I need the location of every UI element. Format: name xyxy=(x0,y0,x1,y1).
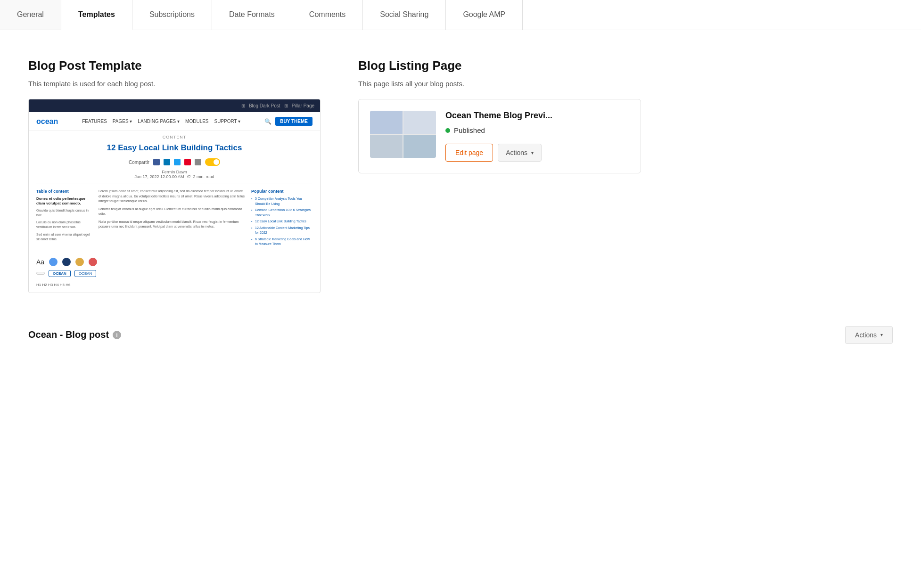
tab-google-amp[interactable]: Google AMP xyxy=(446,0,523,30)
main-para1: Lorem ipsum dolor sit amet, consectetur … xyxy=(99,189,246,204)
bottom-template-title: Ocean - Blog post i xyxy=(28,329,121,340)
buy-theme-btn: BUY THEME xyxy=(275,117,312,126)
color-dot-red xyxy=(89,258,97,266)
edit-page-button[interactable]: Edit page xyxy=(445,144,493,162)
nav-pages: PAGES ▾ xyxy=(113,119,132,124)
em-icon xyxy=(195,159,201,165)
preview-header-right: 🔍 BUY THEME xyxy=(264,117,312,126)
blog-post-template-section: Blog Post Template This template is used… xyxy=(28,58,321,293)
color-dot-blue xyxy=(49,258,58,266)
content-label: CONTENT xyxy=(29,131,320,140)
preview-logo: ocean xyxy=(36,117,58,126)
preview-headings: H1 H2 H3 H4 H5 H6 xyxy=(29,281,320,293)
tw-icon xyxy=(174,159,181,165)
li-icon xyxy=(164,159,170,165)
popular-item: 5 Competitor Analysis Tools You Should B… xyxy=(251,196,312,206)
thumb-cell-1 xyxy=(370,111,403,134)
post-meta: Fermin Dawn Jan 17, 2022 12:00:00 AM ⏱ 2… xyxy=(29,168,320,183)
toc-text1: Gravida quis blandit turpis cursus in ha… xyxy=(36,208,93,218)
topbar-icon1: ⊞ xyxy=(241,103,245,108)
fb-icon xyxy=(153,159,160,165)
bottom-actions-button[interactable]: Actions ▾ xyxy=(845,326,893,344)
toc-title: Table of content xyxy=(36,189,93,194)
preview-header: ocean FEATURES PAGES ▾ LANDING PAGES ▾ M… xyxy=(29,112,320,131)
thumb-cell-3 xyxy=(370,135,403,158)
post-title: 12 Easy Local Link Building Tactics xyxy=(29,140,320,156)
preview-footer-buttons: OCEAN OCEAN xyxy=(29,268,320,281)
blog-listing-desc: This page lists all your blog posts. xyxy=(358,80,641,88)
main-para3: Nulla porttitor massa id neque aliquam v… xyxy=(99,220,246,229)
nav-support: SUPPORT ▾ xyxy=(214,119,241,124)
toc-bold: Donec et odio pellentesque diam volutpat… xyxy=(36,196,93,206)
blog-listing-section: Blog Listing Page This page lists all yo… xyxy=(358,58,641,293)
btn-ocean-outline: OCEAN xyxy=(74,270,96,277)
popular-item: Demand Generation 101: 6 Strategies That… xyxy=(251,208,312,218)
bottom-title-text: Ocean - Blog post xyxy=(28,329,109,340)
popular-items-list: 5 Competitor Analysis Tools You Should B… xyxy=(251,196,312,247)
listing-actions-button[interactable]: Actions ▾ xyxy=(498,144,542,162)
topbar-icon2: ⊞ xyxy=(284,103,288,108)
toc-text3: Sed enim ut sem viverra aliquet eget sit… xyxy=(36,232,93,242)
tab-social-sharing[interactable]: Social Sharing xyxy=(363,0,446,30)
blog-listing-title: Blog Listing Page xyxy=(358,58,641,73)
author: Fermin Dawn xyxy=(162,170,187,174)
share-row: Compartir xyxy=(29,156,320,168)
post-date: Jan 17, 2022 12:00:00 AM xyxy=(134,174,184,179)
nav-modules: MODULES xyxy=(185,119,208,124)
popular-item: 12 Actionable Content Marketing Tips for… xyxy=(251,226,312,236)
toc-sidebar: Table of content Donec et odio pellentes… xyxy=(36,189,93,248)
info-icon[interactable]: i xyxy=(113,331,121,339)
tab-navigation: GeneralTemplatesSubscriptionsDate Format… xyxy=(0,0,921,30)
btn-ocean-blue: OCEAN xyxy=(49,270,71,277)
nav-landing: LANDING PAGES ▾ xyxy=(138,119,180,124)
search-icon: 🔍 xyxy=(264,118,271,125)
main-text: Lorem ipsum dolor sit amet, consectetur … xyxy=(99,189,246,248)
color-dot-gold xyxy=(75,258,84,266)
thumb-cell-4 xyxy=(403,135,436,158)
status-dot xyxy=(445,128,450,133)
toc-text2: Lacuiis eu non diam phasellus vestibulum… xyxy=(36,220,93,229)
nav-features: FEATURES xyxy=(82,119,107,124)
aa-text: Aa xyxy=(36,258,44,266)
listing-card-title: Ocean Theme Blog Previ... xyxy=(445,111,629,121)
published-row: Published xyxy=(445,126,629,134)
btn-outline-gray xyxy=(36,272,45,275)
tab-templates[interactable]: Templates xyxy=(61,0,132,30)
preview-nav: FEATURES PAGES ▾ LANDING PAGES ▾ MODULES… xyxy=(82,119,240,124)
bottom-section: Ocean - Blog post i Actions ▾ xyxy=(0,312,921,363)
popular-title: Popular content xyxy=(251,189,312,194)
main-para2: Lobortis feugiat vivamus at augue eget a… xyxy=(99,207,246,217)
listing-thumbnail xyxy=(370,111,436,158)
tab-date-formats[interactable]: Date Formats xyxy=(212,0,292,30)
topbar-label1: Blog Dark Post xyxy=(249,103,280,108)
listing-card: Ocean Theme Blog Previ... Published Edit… xyxy=(358,99,641,173)
preview-topbar: ⊞ Blog Dark Post ⊞ Pillar Page xyxy=(29,99,320,112)
listing-actions: Edit page Actions ▾ xyxy=(445,144,629,162)
tab-comments[interactable]: Comments xyxy=(292,0,363,30)
toggle-knob xyxy=(214,159,219,165)
blog-post-template-title: Blog Post Template xyxy=(28,58,321,73)
blog-post-preview-frame: ⊞ Blog Dark Post ⊞ Pillar Page ocean FEA… xyxy=(28,99,321,293)
main-content: Blog Post Template This template is used… xyxy=(0,30,921,312)
read-time: 2 min. read xyxy=(193,174,214,179)
bottom-chevron-icon: ▾ xyxy=(880,332,883,337)
toggle-switch xyxy=(205,158,220,166)
pi-icon xyxy=(184,159,191,165)
blog-post-template-desc: This template is used for each blog post… xyxy=(28,80,321,88)
listing-info: Ocean Theme Blog Previ... Published Edit… xyxy=(445,111,629,162)
popular-item: 6 Strategic Marketing Goals and How to M… xyxy=(251,237,312,247)
listing-chevron-icon: ▾ xyxy=(531,150,534,155)
listing-actions-label: Actions xyxy=(506,149,527,156)
preview-body: Table of content Donec et odio pellentes… xyxy=(29,183,320,254)
preview-footer-colors: Aa xyxy=(29,254,320,268)
popular-item: 12 Easy Local Link Building Tactics xyxy=(251,219,312,224)
share-label: Compartir xyxy=(129,160,149,165)
color-dot-navy xyxy=(62,258,71,266)
bottom-actions-label: Actions xyxy=(855,331,877,339)
status-text: Published xyxy=(454,126,485,134)
popular-content: Popular content 5 Competitor Analysis To… xyxy=(251,189,312,248)
tab-subscriptions[interactable]: Subscriptions xyxy=(132,0,212,30)
thumb-cell-2 xyxy=(403,111,436,134)
tab-general[interactable]: General xyxy=(0,0,61,30)
topbar-label2: Pillar Page xyxy=(292,103,314,108)
